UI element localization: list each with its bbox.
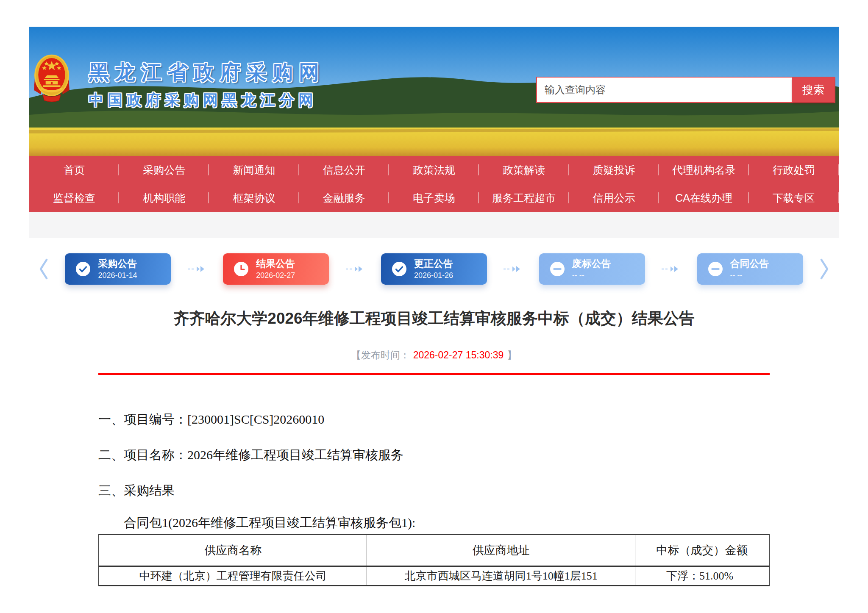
award-amount-header: 中标（成交）金额 xyxy=(635,535,769,566)
nav-item-supervision[interactable]: 监督检查 xyxy=(29,184,119,212)
nav-item-credit-publicity[interactable]: 信用公示 xyxy=(569,184,659,212)
step-date: -- -- xyxy=(730,271,769,280)
nav-item-administrative-penalty[interactable]: 行政处罚 xyxy=(749,156,839,184)
timeline-next-icon[interactable] xyxy=(819,258,830,280)
timeline-step-cancellation-notice[interactable]: 废标公告 -- -- xyxy=(539,253,645,285)
step-label: 更正公告 xyxy=(414,258,453,269)
timeline-step-result-notice[interactable]: 结果公告 2026-02-27 xyxy=(223,253,329,285)
nav-item-service-project-mall[interactable]: 服务工程超市 xyxy=(479,184,569,212)
publish-label: 【发布时间： xyxy=(351,349,410,361)
step-date: 2026-01-26 xyxy=(414,271,453,280)
publish-time: 2026-02-27 15:30:39 xyxy=(413,349,504,361)
main-navigation: 首页 采购公告 新闻通知 信息公开 政策法规 政策解读 质疑投诉 代理机构名录 … xyxy=(29,156,839,212)
site-banner: 黑龙江省政府采购网 中国政府采购网黑龙江分网 搜索 xyxy=(29,27,839,156)
project-number-line: 一、项目编号：[230001]SC[CS]20260010 xyxy=(98,412,770,427)
nav-item-functions[interactable]: 机构职能 xyxy=(119,184,209,212)
nav-item-financial-services[interactable]: 金融服务 xyxy=(299,184,389,212)
clock-icon xyxy=(234,262,248,276)
step-date: 2026-01-14 xyxy=(98,271,137,280)
search-bar: 搜索 xyxy=(536,77,835,103)
nav-item-procurement-notices[interactable]: 采购公告 xyxy=(119,156,209,184)
step-label: 结果公告 xyxy=(256,258,295,269)
red-divider xyxy=(98,373,770,375)
project-name-line: 二、项目名称：2026年维修工程项目竣工结算审核服务 xyxy=(98,448,770,462)
table-header-row: 供应商名称 供应商地址 中标（成交）金额 xyxy=(99,535,769,566)
site-titles: 黑龙江省政府采购网 中国政府采购网黑龙江分网 xyxy=(89,59,325,110)
supplier-name-cell: 中环建（北京）工程管理有限责任公司 xyxy=(99,566,367,585)
check-circle-icon xyxy=(76,262,90,276)
minus-circle-icon xyxy=(550,262,565,276)
nav-item-agency-directory[interactable]: 代理机构名录 xyxy=(659,156,749,184)
table-row: 中环建（北京）工程管理有限责任公司 北京市西城区马连道胡同1号10幢1层151 … xyxy=(99,566,769,585)
site-name: 黑龙江省政府采购网 xyxy=(89,59,325,86)
nav-row-1: 首页 采购公告 新闻通知 信息公开 政策法规 政策解读 质疑投诉 代理机构名录 … xyxy=(29,156,839,184)
step-date: -- -- xyxy=(572,271,611,280)
timeline-step-correction-notice[interactable]: 更正公告 2026-01-26 xyxy=(381,253,487,285)
search-button[interactable]: 搜索 xyxy=(792,78,835,102)
dashed-arrow-icon xyxy=(503,266,523,272)
step-text: 更正公告 2026-01-26 xyxy=(414,258,453,280)
publish-time-line: 【发布时间：2026-02-27 15:30:39】 xyxy=(98,349,770,362)
nav-item-download-zone[interactable]: 下载专区 xyxy=(749,184,839,212)
nav-item-info-disclosure[interactable]: 信息公开 xyxy=(299,156,389,184)
search-input[interactable] xyxy=(537,78,792,102)
nav-item-e-marketplace[interactable]: 电子卖场 xyxy=(389,184,479,212)
supplier-address-cell: 北京市西城区马连道胡同1号10幢1层151 xyxy=(367,566,635,585)
page-container: 黑龙江省政府采购网 中国政府采购网黑龙江分网 搜索 首页 采购公告 新闻通知 信… xyxy=(29,0,839,586)
national-emblem-logo xyxy=(33,53,70,103)
nav-item-policy-interpretation[interactable]: 政策解读 xyxy=(479,156,569,184)
article-title: 齐齐哈尔大学2026年维修工程项目竣工结算审核服务中标（成交）结果公告 xyxy=(98,308,770,329)
dashed-arrow-icon xyxy=(661,266,681,272)
timeline-prev-icon[interactable] xyxy=(38,258,49,280)
procurement-result-heading: 三、采购结果 xyxy=(98,483,770,498)
check-circle-icon xyxy=(392,262,406,276)
nav-item-home[interactable]: 首页 xyxy=(29,156,119,184)
site-subname: 中国政府采购网黑龙江分网 xyxy=(89,90,325,110)
minus-circle-icon xyxy=(708,262,723,276)
award-amount-cell: 下浮：51.00% xyxy=(635,566,769,585)
dashed-arrow-icon xyxy=(345,266,365,272)
nav-row-2: 监督检查 机构职能 框架协议 金融服务 电子卖场 服务工程超市 信用公示 CA在… xyxy=(29,184,839,212)
step-label: 废标公告 xyxy=(572,258,611,269)
supplier-name-header: 供应商名称 xyxy=(99,535,367,566)
step-label: 合同公告 xyxy=(730,258,769,269)
step-label: 采购公告 xyxy=(98,258,137,269)
timeline-step-procurement-notice[interactable]: 采购公告 2026-01-14 xyxy=(65,253,171,285)
step-text: 合同公告 -- -- xyxy=(730,258,769,280)
step-text: 结果公告 2026-02-27 xyxy=(256,258,295,280)
article-content: 齐齐哈尔大学2026年维修工程项目竣工结算审核服务中标（成交）结果公告 【发布时… xyxy=(29,308,839,586)
dashed-arrow-icon xyxy=(187,266,207,272)
result-table: 供应商名称 供应商地址 中标（成交）金额 中环建（北京）工程管理有限责任公司 北… xyxy=(98,534,770,586)
step-date: 2026-02-27 xyxy=(256,271,295,280)
nav-sub-strip xyxy=(29,212,839,238)
nav-item-ca-online[interactable]: CA在线办理 xyxy=(659,184,749,212)
nav-item-news[interactable]: 新闻通知 xyxy=(209,156,299,184)
supplier-address-header: 供应商地址 xyxy=(367,535,635,566)
step-text: 废标公告 -- -- xyxy=(572,258,611,280)
nav-item-complaints[interactable]: 质疑投诉 xyxy=(569,156,659,184)
contract-package-line: 合同包1(2026年维修工程项目竣工结算审核服务包1): xyxy=(98,516,770,530)
step-text: 采购公告 2026-01-14 xyxy=(98,258,137,280)
announcement-timeline: 采购公告 2026-01-14 结果公告 2026-02-27 xyxy=(29,253,839,285)
nav-item-policies[interactable]: 政策法规 xyxy=(389,156,479,184)
nav-item-framework-agreement[interactable]: 框架协议 xyxy=(209,184,299,212)
publish-label-close: 】 xyxy=(507,349,517,361)
timeline-step-contract-notice[interactable]: 合同公告 -- -- xyxy=(697,253,803,285)
